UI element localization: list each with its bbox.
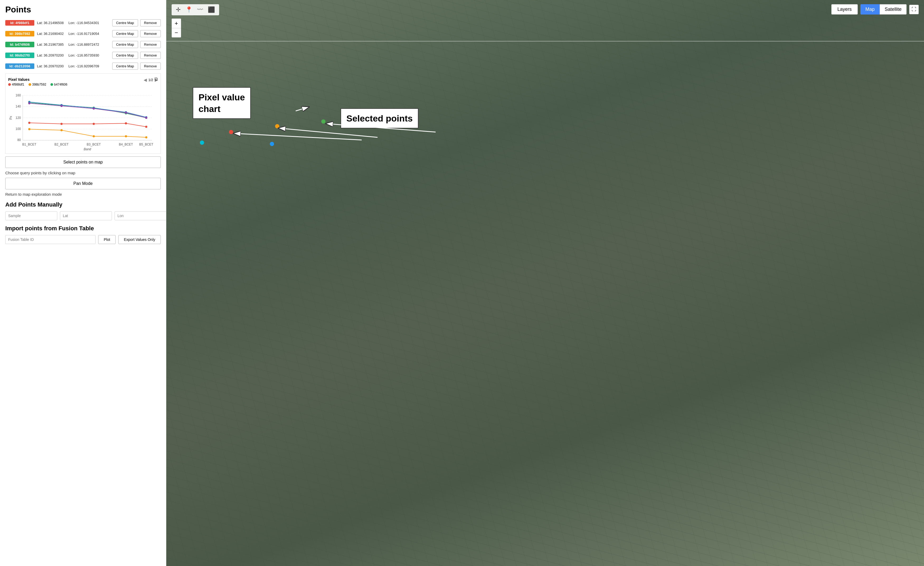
points-list: Id: 4f988df1Lat: 36.21496508Lon: -116.94… <box>5 19 161 70</box>
point-id-badge: Id: db212056 <box>5 63 34 69</box>
satellite-button[interactable]: Satellite <box>880 4 907 15</box>
dot-398b7592-b3 <box>93 135 95 137</box>
point-row: Id: db212056Lat: 36.20970200Lon: -116.92… <box>5 63 161 70</box>
map-area[interactable]: ✛ 📍 〰 ⬛ + − Layers Map Satellite ⛶ Pixel… <box>166 0 924 566</box>
remove-button[interactable]: Remove <box>140 63 161 70</box>
dot-extra-purple-b5 <box>145 117 147 119</box>
centre-map-button[interactable]: Centre Map <box>112 52 138 59</box>
dot-398b7592-b4 <box>125 135 127 137</box>
remove-button[interactable]: Remove <box>140 30 161 37</box>
point-coords: Lat: 36.20970200Lon: -116.95735930 <box>37 53 110 57</box>
map-dot-orange <box>275 124 279 128</box>
point-id-badge: Id: 398b7592 <box>5 31 34 36</box>
dot-extra-purple-b1 <box>28 102 30 104</box>
legend-item: 398b7592 <box>28 83 46 86</box>
dot-4f988df1-b4 <box>125 122 127 125</box>
export-button[interactable]: Export Values Only <box>118 235 161 244</box>
point-lon: Lon: -116.92096709 <box>68 64 99 68</box>
centre-map-button[interactable]: Centre Map <box>112 63 138 70</box>
dot-extra-purple-b3 <box>93 108 95 110</box>
point-actions: Centre MapRemove <box>112 41 161 48</box>
chart-legend: 4f988df1398b7592b474f606 <box>8 83 68 86</box>
y-tick-160: 160 <box>16 93 21 97</box>
centre-map-button[interactable]: Centre Map <box>112 30 138 37</box>
point-lon: Lon: -116.95735930 <box>68 53 99 57</box>
band-b1: B1_BCET <box>22 143 36 146</box>
series-extra-purple <box>29 103 146 118</box>
instruction-text: Choose query points by clicking on map <box>5 171 161 175</box>
y-tick-120: 120 <box>16 116 21 120</box>
lat-input[interactable] <box>60 211 112 220</box>
point-lon: Lon: -116.88972472 <box>68 42 99 47</box>
point-actions: Centre MapRemove <box>112 52 161 59</box>
legend-item: b474f606 <box>50 83 68 86</box>
dot-398b7592-b1 <box>28 128 30 130</box>
point-lat: Lat: 36.21690402 <box>37 32 64 36</box>
map-dot-cyan <box>200 141 204 145</box>
zoom-out-button[interactable]: − <box>172 28 181 38</box>
point-lat: Lat: 36.21967385 <box>37 42 64 47</box>
point-id-badge: Id: 4f988df1 <box>5 20 34 26</box>
point-coords: Lat: 36.21967385Lon: -116.88972472 <box>37 42 110 47</box>
point-row: Id: 398b7592Lat: 36.21690402Lon: -116.91… <box>5 30 161 37</box>
point-actions: Centre MapRemove <box>112 19 161 26</box>
map-dot-green <box>321 119 326 124</box>
select-points-button[interactable]: Select points on map <box>5 156 161 168</box>
sample-input[interactable] <box>5 211 57 220</box>
lon-input[interactable] <box>115 211 166 220</box>
point-actions: Centre MapRemove <box>112 30 161 37</box>
chart-expand-button[interactable]: ⧉ <box>154 77 158 82</box>
point-row: Id: b474f606Lat: 36.21967385Lon: -116.88… <box>5 41 161 48</box>
point-id-badge: Id: b474f606 <box>5 42 34 47</box>
page-title: Points <box>5 5 161 15</box>
map-tool-select[interactable]: ✛ <box>176 6 181 13</box>
point-id-badge: Id: 98db27f0 <box>5 53 34 58</box>
zoom-in-button[interactable]: + <box>172 18 181 28</box>
fullscreen-button[interactable]: ⛶ <box>909 5 919 14</box>
selected-points-annotation: Selected points <box>340 108 418 128</box>
dot-4f988df1-b1 <box>28 122 30 124</box>
point-lat: Lat: 36.20970200 <box>37 53 64 57</box>
add-points-title: Add Points Manually <box>5 201 161 208</box>
pixel-value-chart: Px 160 140 120 100 80 B1_BCET B2_BCET B3… <box>8 90 160 151</box>
legend-label: b474f606 <box>54 83 68 86</box>
map-tool-polygon[interactable]: ⬛ <box>208 6 215 13</box>
map-tool-pin[interactable]: 📍 <box>185 6 192 13</box>
point-coords: Lat: 36.21496508Lon: -116.94534301 <box>37 21 110 25</box>
legend-color-dot <box>28 83 31 86</box>
centre-map-button[interactable]: Centre Map <box>112 41 138 48</box>
map-tool-line[interactable]: 〰 <box>197 6 203 13</box>
band-b2: B2_BCET <box>54 143 69 146</box>
y-tick-80: 80 <box>17 138 21 142</box>
point-lon: Lon: -116.91719054 <box>68 32 99 36</box>
map-button[interactable]: Map <box>860 4 880 15</box>
remove-button[interactable]: Remove <box>140 52 161 59</box>
plot-button[interactable]: Plot <box>98 235 116 244</box>
chart-container: ⧉ Pixel Values 4f988df1398b7592b474f606 … <box>5 74 161 154</box>
pan-mode-button[interactable]: Pan Mode <box>5 178 161 189</box>
map-toolbar: ✛ 📍 〰 ⬛ <box>172 4 219 15</box>
dot-398b7592-b5 <box>145 136 147 138</box>
dot-extra-purple-b4 <box>125 112 127 114</box>
band-b3: B3_BCET <box>87 143 101 146</box>
point-lon: Lon: -116.94534301 <box>68 21 99 25</box>
point-coords: Lat: 36.21690402Lon: -116.91719054 <box>37 32 110 36</box>
map-background <box>166 0 924 566</box>
y-tick-140: 140 <box>16 105 21 108</box>
dot-4f988df1-b5 <box>145 126 147 128</box>
legend-color-dot <box>50 83 53 86</box>
map-dot-blue <box>270 142 274 146</box>
remove-button[interactable]: Remove <box>140 19 161 26</box>
y-axis-label: Px <box>9 116 13 120</box>
centre-map-button[interactable]: Centre Map <box>112 19 138 26</box>
legend-label: 4f988df1 <box>12 83 24 86</box>
chart-prev-button[interactable]: ◀ <box>144 77 147 83</box>
chart-title-area: Pixel Values 4f988df1398b7592b474f606 <box>8 77 68 89</box>
remove-button[interactable]: Remove <box>140 41 161 48</box>
pixel-chart-annotation: Pixel valuechart <box>193 87 251 119</box>
layers-button[interactable]: Layers <box>831 4 858 15</box>
point-lat: Lat: 36.20970200 <box>37 64 64 68</box>
map-dot-red <box>229 130 233 134</box>
y-tick-100: 100 <box>16 127 21 131</box>
fusion-table-input[interactable] <box>5 235 96 244</box>
